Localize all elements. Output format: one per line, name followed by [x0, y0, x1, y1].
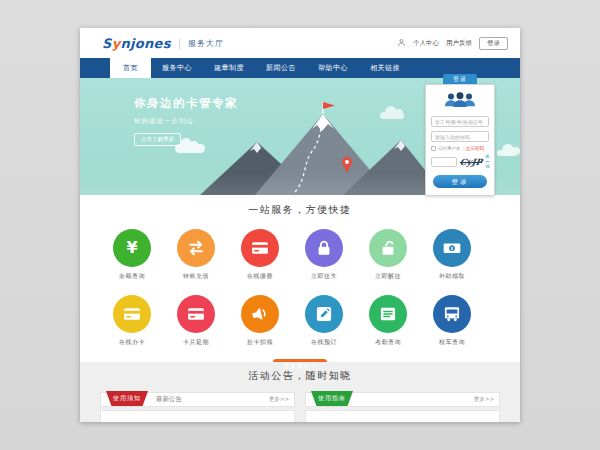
yuan-icon: ¥	[113, 229, 151, 267]
banknote-icon	[433, 229, 471, 267]
hero-title: 你身边的卡管专家	[134, 96, 238, 111]
service-label: 拾卡招领	[228, 338, 292, 347]
announcements-section: 活动公告，随时知晓 使用须知 最新公告 更多>> 使用指南 更多>>	[80, 362, 520, 422]
service-label: 立即解挂	[356, 272, 420, 281]
announcements-left-column: 使用须知 最新公告 更多>>	[100, 392, 295, 422]
service-item[interactable]: 在线办卡	[100, 295, 164, 347]
logo-text-suffix: njones	[120, 36, 170, 51]
remember-checkbox[interactable]	[431, 146, 436, 151]
more-link[interactable]: 更多>>	[474, 396, 494, 403]
card-icon	[241, 229, 279, 267]
nav-item[interactable]: 服务中心	[151, 58, 203, 78]
users-icon	[431, 91, 489, 112]
service-label: 卡片延期	[164, 338, 228, 347]
service-label: 转账充值	[164, 272, 228, 281]
person-icon	[397, 38, 406, 49]
service-item[interactable]: 补助领取	[420, 229, 484, 281]
card-icon	[177, 295, 215, 333]
transfer-icon	[177, 229, 215, 267]
login-tab[interactable]: 登录	[443, 74, 477, 84]
nav-item[interactable]: 规章制度	[203, 58, 255, 78]
service-label: 在线预订	[292, 338, 356, 347]
guide-list-box	[305, 410, 500, 422]
unlock-icon	[369, 229, 407, 267]
service-label: 在线缴费	[228, 272, 292, 281]
services-grid: ¥余额查询转账充值在线缴费立即挂失立即解挂补助领取在线办卡卡片延期拾卡招领在线预…	[80, 217, 520, 347]
service-label: 余额查询	[100, 272, 164, 281]
service-item[interactable]: 立即挂失	[292, 229, 356, 281]
captcha-image: CyJP	[459, 157, 483, 167]
hero-cta-button[interactable]: 点击了解更多	[134, 133, 181, 146]
service-label: 考勤查询	[356, 338, 420, 347]
user-guide-tab[interactable]: 使用指南	[311, 391, 353, 406]
site-header: Synjones | 服务大厅 个人中心 用户反馈 登录	[80, 28, 520, 58]
lock-icon	[305, 229, 343, 267]
username-input[interactable]	[431, 116, 489, 127]
logo-text: S	[102, 36, 112, 51]
megaphone-icon	[241, 295, 279, 333]
service-item[interactable]: ¥余额查询	[100, 229, 164, 281]
site-name: 服务大厅	[188, 38, 224, 49]
service-label: 校车查询	[420, 338, 484, 347]
desktop-background: Synjones | 服务大厅 个人中心 用户反馈 登录 首页服务中心规章制度新…	[0, 0, 600, 450]
hero-subtitle: 校园建设一步到位	[134, 117, 238, 126]
label-separator: |	[463, 146, 465, 151]
nav-items: 首页服务中心规章制度新闻公告帮助中心相关链接	[110, 58, 411, 78]
portal-page: Synjones | 服务大厅 个人中心 用户反馈 登录 首页服务中心规章制度新…	[80, 28, 520, 422]
nav-item[interactable]: 首页	[110, 58, 151, 78]
edit-icon	[305, 295, 343, 333]
service-item[interactable]: 立即解挂	[356, 229, 420, 281]
service-label: 补助领取	[420, 272, 484, 281]
service-item[interactable]: 在线预订	[292, 295, 356, 347]
usage-notice-tab[interactable]: 使用须知	[106, 391, 148, 406]
synjones-logo: Synjones	[102, 36, 171, 51]
captcha-input[interactable]	[431, 157, 457, 167]
service-item[interactable]: 拾卡招领	[228, 295, 292, 347]
cloud-decoration	[497, 150, 517, 156]
personal-center-link[interactable]: 个人中心	[413, 39, 439, 48]
announcements-right-column: 使用指南 更多>>	[305, 392, 500, 422]
service-item[interactable]: 转账充值	[164, 229, 228, 281]
service-item[interactable]: 卡片延期	[164, 295, 228, 347]
card-icon	[113, 295, 151, 333]
captcha-refresh-link[interactable]: 换一张	[485, 154, 490, 169]
nav-item[interactable]: 帮助中心	[307, 58, 359, 78]
announcements-list-box	[100, 410, 295, 422]
remember-label: 记住用户名	[438, 146, 461, 151]
bus-icon	[433, 295, 471, 333]
forgot-password-link[interactable]: 忘记密码	[466, 146, 484, 151]
login-submit-button[interactable]: 登录	[433, 175, 487, 188]
more-link[interactable]: 更多>>	[269, 396, 289, 403]
services-title: 一站服务，方便快捷	[80, 195, 520, 217]
service-label: 在线办卡	[100, 338, 164, 347]
service-label: 立即挂失	[292, 272, 356, 281]
header-divider: |	[178, 38, 181, 49]
nav-item[interactable]: 相关链接	[359, 58, 411, 78]
password-input[interactable]	[431, 131, 489, 142]
login-panel: 登录 记住用户名 | 忘记密码	[425, 74, 495, 196]
latest-announcements-link[interactable]: 最新公告	[156, 395, 182, 404]
list-icon	[369, 295, 407, 333]
service-item[interactable]: 在线缴费	[228, 229, 292, 281]
summit-flag	[323, 102, 335, 109]
services-section: 一站服务，方便快捷 ¥余额查询转账充值在线缴费立即挂失立即解挂补助领取在线办卡卡…	[80, 195, 520, 362]
user-feedback-link[interactable]: 用户反馈	[446, 39, 472, 48]
service-item[interactable]: 校车查询	[420, 295, 484, 347]
service-item[interactable]: 考勤查询	[356, 295, 420, 347]
header-login-button[interactable]: 登录	[479, 37, 508, 50]
nav-item[interactable]: 新闻公告	[255, 58, 307, 78]
